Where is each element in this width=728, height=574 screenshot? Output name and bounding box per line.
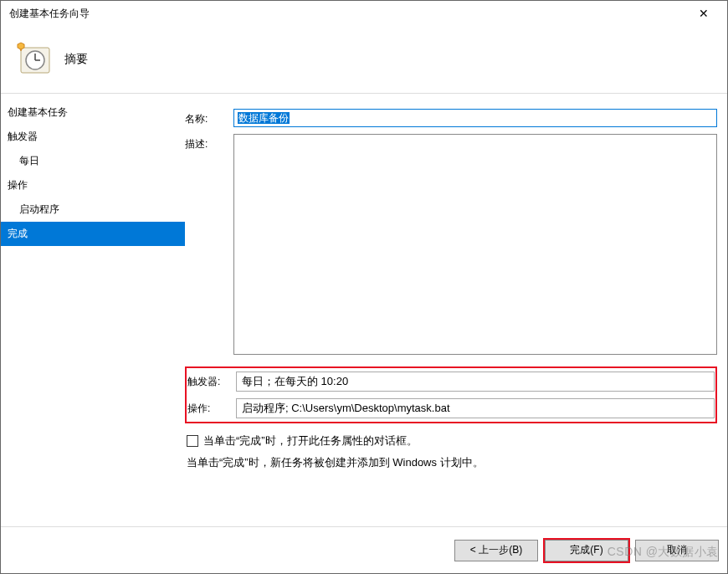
- back-button[interactable]: < 上一步(B): [454, 540, 538, 561]
- wizard-header: 摘要: [1, 26, 727, 93]
- close-button[interactable]: ✕: [687, 3, 720, 23]
- desc-input[interactable]: [233, 134, 717, 355]
- wizard-window: 创建基本任务向导 ✕ 摘要 创建基本任务 触发器 每日 操作 启动程序 完成: [0, 0, 728, 574]
- cancel-button[interactable]: 取消: [635, 540, 719, 561]
- desc-row: 描述:: [185, 134, 717, 355]
- trigger-summary-row: 触发器: 每日；在每天的 10:20: [187, 369, 715, 394]
- name-input[interactable]: 数据库备份: [233, 109, 717, 127]
- wizard-sidebar: 创建基本任务 触发器 每日 操作 启动程序 完成: [1, 94, 185, 526]
- finish-button[interactable]: 完成(F): [545, 540, 628, 561]
- name-label: 名称:: [185, 109, 233, 126]
- sidebar-item-trigger[interactable]: 触发器: [1, 125, 185, 149]
- action-summary-value: 启动程序; C:\Users\ym\Desktop\mytask.bat: [236, 398, 715, 418]
- action-summary-row: 操作: 启动程序; C:\Users\ym\Desktop\mytask.bat: [187, 396, 715, 421]
- trigger-summary-label: 触发器:: [187, 375, 236, 389]
- open-properties-row: 当单击“完成”时，打开此任务属性的对话框。: [185, 433, 717, 448]
- open-properties-checkbox[interactable]: [187, 435, 198, 447]
- sidebar-item-create-task[interactable]: 创建基本任务: [1, 100, 185, 125]
- trigger-summary-value: 每日；在每天的 10:20: [236, 372, 715, 392]
- scheduler-icon: [16, 41, 53, 78]
- content-area: 创建基本任务 触发器 每日 操作 启动程序 完成 名称: 数据库备份 描述: 触…: [1, 93, 727, 526]
- footer: < 上一步(B) 完成(F) 取消 CSDN @大数据小袁: [1, 526, 727, 573]
- sidebar-item-start-program[interactable]: 启动程序: [1, 197, 185, 222]
- page-title: 摘要: [64, 52, 88, 67]
- open-properties-label: 当单击“完成”时，打开此任务属性的对话框。: [203, 433, 418, 448]
- titlebar: 创建基本任务向导 ✕: [1, 1, 727, 26]
- name-row: 名称: 数据库备份: [185, 109, 717, 127]
- sidebar-item-action[interactable]: 操作: [1, 173, 185, 197]
- action-summary-label: 操作:: [187, 402, 236, 416]
- sidebar-item-daily[interactable]: 每日: [1, 149, 185, 173]
- summary-block: 触发器: 每日；在每天的 10:20 操作: 启动程序; C:\Users\ym…: [185, 366, 717, 423]
- info-text: 当单击“完成”时，新任务将被创建并添加到 Windows 计划中。: [185, 455, 717, 470]
- desc-label: 描述:: [185, 134, 233, 151]
- window-title: 创建基本任务向导: [8, 7, 687, 21]
- svg-marker-5: [18, 43, 24, 49]
- sidebar-item-finish[interactable]: 完成: [1, 222, 185, 246]
- main-panel: 名称: 数据库备份 描述: 触发器: 每日；在每天的 10:20 操作: 启动程…: [185, 94, 727, 526]
